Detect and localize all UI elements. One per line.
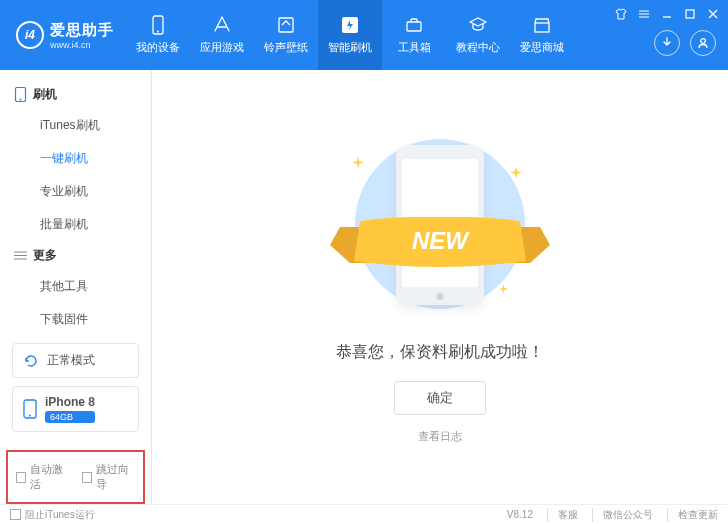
sidebar-item-batch-flash[interactable]: 批量刷机 [0, 208, 151, 241]
device-storage: 64GB [45, 411, 95, 423]
nav-tutorial[interactable]: 教程中心 [446, 0, 510, 70]
download-button[interactable] [654, 30, 680, 56]
mode-label: 正常模式 [47, 352, 95, 369]
sparkle-icon [352, 157, 364, 169]
sidebar-item-other-tools[interactable]: 其他工具 [0, 270, 151, 303]
app-logo: i4 爱思助手 www.i4.cn [0, 21, 126, 50]
support-link[interactable]: 客服 [547, 508, 578, 522]
ok-button[interactable]: 确定 [394, 381, 486, 415]
window-controls [613, 6, 720, 21]
device-card[interactable]: iPhone 8 64GB [12, 386, 139, 432]
skin-button[interactable] [613, 6, 628, 21]
svg-rect-4 [407, 22, 421, 31]
logo-title: 爱思助手 [50, 21, 114, 40]
wechat-link[interactable]: 微信公众号 [592, 508, 653, 522]
checkbox-label: 自动激活 [30, 462, 69, 492]
nav-toolbox[interactable]: 工具箱 [382, 0, 446, 70]
device-name: iPhone 8 [45, 395, 95, 409]
nav-store[interactable]: 爱思商城 [510, 0, 574, 70]
sidebar: 刷机 iTunes刷机 一键刷机 专业刷机 批量刷机 更多 其他工具 下载固件 … [0, 70, 152, 504]
checkbox-label: 阻止iTunes运行 [25, 508, 95, 522]
new-ribbon: NEW [330, 217, 550, 273]
sidebar-section-flash[interactable]: 刷机 [0, 80, 151, 109]
checkbox-auto-activate[interactable]: 自动激活 [16, 462, 70, 492]
store-icon [532, 15, 552, 35]
section-label: 更多 [33, 247, 57, 264]
section-label: 刷机 [33, 86, 57, 103]
svg-rect-6 [686, 10, 694, 18]
sidebar-item-oneclick-flash[interactable]: 一键刷机 [0, 142, 151, 175]
app-header: i4 爱思助手 www.i4.cn 我的设备 应用游戏 铃声壁纸 智能刷机 工具… [0, 0, 728, 70]
svg-point-7 [701, 39, 706, 44]
status-bar: 阻止iTunes运行 V8.12 客服 微信公众号 检查更新 [0, 504, 728, 524]
svg-rect-5 [535, 23, 549, 32]
check-update-link[interactable]: 检查更新 [667, 508, 718, 522]
nav-label: 我的设备 [136, 40, 180, 55]
refresh-icon [23, 353, 39, 369]
checkbox-skip-wizard[interactable]: 跳过向导 [82, 462, 136, 492]
svg-point-9 [20, 99, 22, 101]
more-icon [14, 249, 27, 262]
nav-label: 爱思商城 [520, 40, 564, 55]
svg-point-11 [29, 415, 31, 417]
sparkle-icon [510, 167, 522, 179]
maximize-button[interactable] [682, 6, 697, 21]
checkbox-block-itunes[interactable]: 阻止iTunes运行 [10, 508, 95, 522]
version-label: V8.12 [507, 509, 533, 520]
menu-button[interactable] [636, 6, 651, 21]
minimize-button[interactable] [659, 6, 674, 21]
sidebar-item-itunes-flash[interactable]: iTunes刷机 [0, 109, 151, 142]
wallpaper-icon [276, 15, 296, 35]
flash-options-row: 自动激活 跳过向导 [6, 450, 145, 504]
success-illustration: NEW [330, 131, 550, 326]
checkbox-label: 跳过向导 [96, 462, 135, 492]
flash-icon [340, 15, 360, 35]
sidebar-section-more[interactable]: 更多 [0, 241, 151, 270]
user-button[interactable] [690, 30, 716, 56]
apps-icon [212, 15, 232, 35]
sidebar-item-download-fw[interactable]: 下载固件 [0, 303, 151, 333]
sparkle-icon [499, 285, 508, 294]
nav-label: 智能刷机 [328, 40, 372, 55]
svg-text:NEW: NEW [412, 227, 470, 254]
phone-icon [14, 87, 27, 102]
main-content: NEW 恭喜您，保资料刷机成功啦！ 确定 查看日志 [152, 70, 728, 504]
nav-label: 工具箱 [398, 40, 431, 55]
nav-label: 铃声壁纸 [264, 40, 308, 55]
nav-label: 应用游戏 [200, 40, 244, 55]
tutorial-icon [468, 15, 488, 35]
nav-flash[interactable]: 智能刷机 [318, 0, 382, 70]
nav-label: 教程中心 [456, 40, 500, 55]
toolbox-icon [404, 15, 424, 35]
success-message: 恭喜您，保资料刷机成功啦！ [336, 342, 544, 363]
nav-my-device[interactable]: 我的设备 [126, 0, 190, 70]
logo-icon: i4 [16, 21, 44, 49]
close-button[interactable] [705, 6, 720, 21]
nav-apps[interactable]: 应用游戏 [190, 0, 254, 70]
device-mode-card[interactable]: 正常模式 [12, 343, 139, 378]
view-log-link[interactable]: 查看日志 [418, 429, 462, 444]
device-icon [149, 15, 167, 35]
top-nav: 我的设备 应用游戏 铃声壁纸 智能刷机 工具箱 教程中心 爱思商城 [126, 0, 574, 70]
svg-point-1 [157, 31, 159, 33]
sidebar-item-pro-flash[interactable]: 专业刷机 [0, 175, 151, 208]
phone-icon [23, 399, 37, 419]
nav-wallpaper[interactable]: 铃声壁纸 [254, 0, 318, 70]
logo-url: www.i4.cn [50, 40, 114, 50]
